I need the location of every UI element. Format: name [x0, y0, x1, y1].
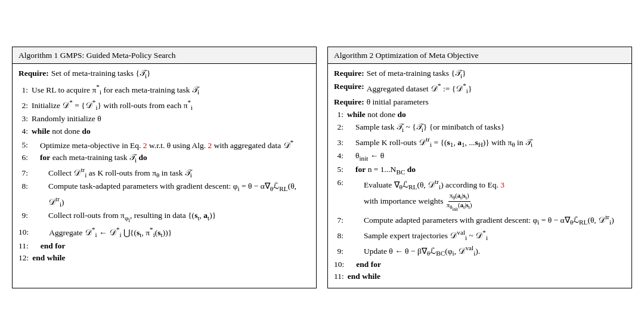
algo1-linenum-12: 12: [18, 252, 32, 264]
algo2-linecontent-6: Evaluate ∇θℒRL(θ, 𝒟tri) according to Eq.… [347, 177, 626, 212]
algo1-line-2: 2: Initialize 𝒟* = {𝒟*i} with roll-outs … [18, 97, 310, 113]
algo1-linenum-2: 2: [18, 100, 32, 112]
algo1-linecontent-10: Aggregate 𝒟*i ← 𝒟*i ⋃{(st, π*i(st))} [32, 225, 310, 240]
algo1-linecontent-4: while not done do [32, 125, 310, 137]
algo2-require3-label: Require: [334, 96, 364, 108]
algo2-linecontent-7: Compute adapted parameters with gradient… [347, 212, 626, 228]
algo2-require2-label: Require: [334, 81, 364, 96]
algo2-header: Algorithm 2 Optimization of Meta Objecti… [328, 47, 631, 64]
algo2-require2: Require: Aggregated dataset 𝒟* := {𝒟*i} [334, 81, 626, 96]
algo2-linenum-2: 2: [334, 121, 347, 133]
algo2-linecontent-11: end while [348, 271, 626, 282]
algo2-require3-text: θ initial parameters [367, 96, 429, 108]
algo1-line-7: 7: Collect 𝒟tri as K roll-outs from πθ i… [18, 165, 310, 180]
page-container: Algorithm 1 GMPS: Guided Meta-Policy Sea… [6, 41, 638, 294]
algo2-linecontent-3: Sample K roll-outs 𝒟tri = {(s1, a1, ...s… [347, 134, 626, 150]
algo2-require3: Require: θ initial parameters [334, 96, 626, 108]
algo1-linecontent-3: Randomly initialize θ [32, 113, 310, 125]
algo1-linecontent-8: Compute task-adapted parameters with gra… [32, 180, 310, 210]
algo2-linenum-4: 4: [334, 150, 347, 162]
algo1-require1-text: Set of meta-training tasks {𝒯i} [51, 67, 151, 81]
algo1-linenum-5: 5: [18, 139, 32, 151]
algo2-number: Algorithm 2 [334, 51, 373, 60]
algo1-lines: 1: Use RL to acquire π*i for each meta-t… [18, 82, 310, 264]
algo2-body: Require: Set of meta-training tasks {𝒯i}… [328, 64, 631, 287]
algo1-linenum-1: 1: [18, 84, 32, 96]
algo2-line-2: 2: Sample task 𝒯i ~ {𝒯i} {or minibatch o… [334, 121, 626, 135]
algo1-linecontent-2: Initialize 𝒟* = {𝒟*i} with roll-outs fro… [32, 97, 310, 113]
algo1-body: Require: Set of meta-training tasks {𝒯i}… [13, 64, 316, 269]
algo1-linecontent-5: Optimize meta-objective in Eq. 2 w.r.t. … [32, 137, 310, 152]
algo2-lines: 1: while not done do 2: Sample task 𝒯i ~… [334, 109, 626, 282]
algo1-line-12: 12: end while [18, 252, 310, 264]
algo2-linecontent-4: θinit ← θ [347, 150, 626, 164]
algo2-linenum-8: 8: [334, 230, 347, 242]
algo2-line-6: 6: Evaluate ∇θℒRL(θ, 𝒟tri) according to … [334, 177, 626, 212]
algo1-linecontent-7: Collect 𝒟tri as K roll-outs from πθ in t… [32, 165, 310, 180]
algo2-require1-label: Require: [334, 67, 364, 81]
algo2-require2-text: Aggregated dataset 𝒟* := {𝒟*i} [367, 81, 472, 96]
algo1-line-10: 10: Aggregate 𝒟*i ← 𝒟*i ⋃{(st, π*i(st))} [18, 225, 310, 240]
algo1-line-1: 1: Use RL to acquire π*i for each meta-t… [18, 82, 310, 97]
algo1-line-3: 3: Randomly initialize θ [18, 113, 310, 125]
algo2-linenum-6: 6: [334, 177, 347, 189]
algo1-linecontent-11: end for [32, 240, 310, 252]
algo1-header: Algorithm 1 GMPS: Guided Meta-Policy Sea… [13, 47, 316, 64]
algo1-line-9: 9: Collect roll-outs from πφi, resulting… [18, 210, 310, 225]
algo2-line-1: 1: while not done do [334, 109, 626, 121]
algo1-linecontent-6: for each meta-training task 𝒯i do [32, 152, 310, 165]
algo1-line-6: 6: for each meta-training task 𝒯i do [18, 152, 310, 165]
algorithm-1-box: Algorithm 1 GMPS: Guided Meta-Policy Sea… [12, 47, 317, 288]
algo1-line-11: 11: end for [18, 240, 310, 252]
algo2-linecontent-5: for n = 1...NBC do [347, 164, 626, 177]
algo1-linenum-7: 7: [18, 167, 32, 179]
algo1-linenum-8: 8: [18, 180, 32, 192]
algo2-line-11: 11: end while [334, 271, 626, 282]
algo2-linecontent-10: end for [348, 259, 626, 271]
algo2-linenum-11: 11: [334, 271, 348, 282]
algo2-linenum-9: 9: [334, 245, 347, 257]
algo1-title: GMPS: Guided Meta-Policy Search [60, 51, 176, 60]
algo1-require1: Require: Set of meta-training tasks {𝒯i} [18, 67, 310, 81]
algo1-linenum-9: 9: [18, 210, 32, 222]
algo1-line-8: 8: Compute task-adapted parameters with … [18, 180, 310, 210]
algo1-linecontent-1: Use RL to acquire π*i for each meta-trai… [32, 82, 310, 97]
algo2-line-8: 8: Sample expert trajectories 𝒟vali ~ 𝒟*… [334, 228, 626, 243]
algo2-linenum-5: 5: [334, 164, 347, 176]
algo2-linenum-3: 3: [334, 137, 347, 149]
algo2-line-4: 4: θinit ← θ [334, 150, 626, 164]
algo2-linenum-7: 7: [334, 214, 347, 226]
algo1-linecontent-9: Collect roll-outs from πφi, resulting in… [32, 210, 310, 225]
algo2-line-7: 7: Compute adapted parameters with gradi… [334, 212, 626, 228]
algo2-title: Optimization of Meta Objective [376, 51, 479, 60]
algo1-require1-label: Require: [18, 67, 49, 81]
algo2-linecontent-1: while not done do [347, 109, 626, 121]
algo1-line-5: 5: Optimize meta-objective in Eq. 2 w.r.… [18, 137, 310, 152]
algo2-linecontent-8: Sample expert trajectories 𝒟vali ~ 𝒟*i [347, 228, 626, 243]
algo2-line-3: 3: Sample K roll-outs 𝒟tri = {(s1, a1, .… [334, 134, 626, 150]
algo1-line-4: 4: while not done do [18, 125, 310, 137]
algo1-linenum-10: 10: [18, 226, 32, 238]
algo2-line-5: 5: for n = 1...NBC do [334, 164, 626, 177]
algo2-require1: Require: Set of meta-training tasks {𝒯i} [334, 67, 626, 81]
algo2-linecontent-2: Sample task 𝒯i ~ {𝒯i} {or minibatch of t… [347, 121, 626, 135]
algo1-linenum-11: 11: [18, 240, 32, 252]
algo1-linenum-4: 4: [18, 125, 32, 137]
algo1-linenum-3: 3: [18, 113, 32, 125]
algo1-linecontent-12: end while [32, 252, 310, 264]
algo1-linenum-6: 6: [18, 152, 32, 164]
algo2-linenum-1: 1: [334, 109, 347, 121]
algo2-line-9: 9: Update θ ← θ − β∇θℒBC(φi, 𝒟vali). [334, 243, 626, 259]
algo2-linenum-10: 10: [334, 259, 348, 271]
algo2-line-10: 10: end for [334, 259, 626, 271]
algo2-linecontent-9: Update θ ← θ − β∇θℒBC(φi, 𝒟vali). [347, 243, 626, 259]
algorithm-2-box: Algorithm 2 Optimization of Meta Objecti… [327, 47, 632, 288]
algo2-require1-text: Set of meta-training tasks {𝒯i} [367, 67, 466, 81]
algo1-number: Algorithm 1 [18, 51, 58, 60]
